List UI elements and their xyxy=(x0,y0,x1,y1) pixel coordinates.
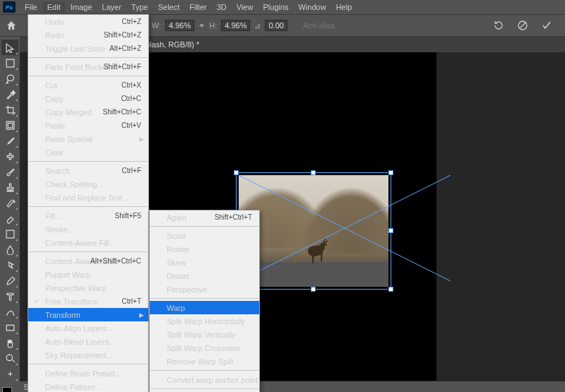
transform-scale[interactable]: Scale xyxy=(150,229,259,242)
document-tab[interactable]: plash, RGB/8) * xyxy=(140,38,205,51)
edit-fade-paint-bucket[interactable]: Fade Paint Bucket...Shift+Ctrl+F xyxy=(28,60,148,73)
commit-icon[interactable] xyxy=(541,20,552,31)
edit-define-pattern[interactable]: Define Pattern... xyxy=(28,380,148,392)
transform-again[interactable]: AgainShift+Ctrl+T xyxy=(150,210,259,224)
edit-sky-replacement[interactable]: Sky Replacement... xyxy=(28,348,148,362)
edit-check-spelling[interactable]: Check Spelling... xyxy=(28,177,148,191)
transform-convert-warp-anchor-point: Convert warp anchor point xyxy=(150,373,259,386)
tool-history[interactable] xyxy=(1,195,18,210)
tool-type[interactable] xyxy=(1,288,18,304)
edit-content-aware-fill[interactable]: Content-Aware Fill... xyxy=(28,236,148,249)
menubar: Ps FileEditImageLayerTypeSelectFilter3DV… xyxy=(0,0,565,14)
transform-distort[interactable]: Distort xyxy=(150,269,259,283)
edit-stroke[interactable]: Stroke... xyxy=(28,222,148,236)
edit-undo[interactable]: UndoCtrl+Z xyxy=(28,15,148,28)
angle-icon: ⊿ xyxy=(254,21,261,30)
handle-n[interactable] xyxy=(311,170,316,175)
app-logo: Ps xyxy=(3,1,16,13)
menu-image[interactable]: Image xyxy=(66,1,97,13)
edit-auto-blend-layers[interactable]: Auto-Blend Layers... xyxy=(28,335,148,348)
menu-file[interactable]: File xyxy=(20,1,42,13)
link-icon[interactable]: ⚭ xyxy=(198,21,205,30)
tool-blur[interactable] xyxy=(1,242,18,257)
edit-menu: UndoCtrl+ZRedoShift+Ctrl+ZToggle Last St… xyxy=(28,14,149,392)
transform-submenu: AgainShift+Ctrl+TScaleRotateSkewDistortP… xyxy=(149,210,260,392)
edit-perspective-warp[interactable]: Perspective Warp xyxy=(28,281,148,295)
height-field[interactable]: 4.96% xyxy=(221,20,250,31)
handle-ne[interactable] xyxy=(388,170,393,175)
edit-paste[interactable]: PasteCtrl+V xyxy=(28,119,148,132)
handle-e[interactable] xyxy=(388,228,393,233)
edit-paste-special[interactable]: Paste Special▶ xyxy=(28,132,148,145)
width-field[interactable]: 4.96% xyxy=(165,20,194,31)
tool-crop[interactable] xyxy=(1,102,18,117)
tool-more[interactable] xyxy=(1,366,18,381)
tool-gradient[interactable] xyxy=(1,226,18,242)
tool-move[interactable] xyxy=(1,40,18,55)
edit-fill[interactable]: Fill...Shift+F5 xyxy=(28,209,148,222)
tool-heal[interactable] xyxy=(1,148,18,164)
tool-dodge[interactable] xyxy=(1,257,18,273)
menu-help[interactable]: Help xyxy=(331,1,357,13)
tool-wand[interactable] xyxy=(1,86,18,102)
transform-bounds[interactable] xyxy=(239,175,388,287)
transform-warp[interactable]: Warp xyxy=(150,301,259,314)
home-icon[interactable] xyxy=(4,18,18,32)
edit-copy-merged[interactable]: Copy MergedShift+Ctrl+C xyxy=(28,105,148,119)
cancel-icon[interactable] xyxy=(517,20,528,31)
edit-puppet-warp[interactable]: Puppet Warp xyxy=(28,268,148,281)
edit-clear[interactable]: Clear xyxy=(28,145,148,159)
transform-split-warp-vertically[interactable]: Split Warp Vertically xyxy=(150,328,259,341)
menu-plugins[interactable]: Plugins xyxy=(258,1,293,13)
menu-edit[interactable]: Edit xyxy=(42,1,66,13)
tool-brush[interactable] xyxy=(1,164,18,179)
tools-panel xyxy=(0,37,20,392)
menu-view[interactable]: View xyxy=(232,1,258,13)
angle-field[interactable]: 0.00 xyxy=(265,20,287,31)
edit-transform[interactable]: Transform▶ xyxy=(28,308,148,321)
edit-auto-align-layers[interactable]: Auto-Align Layers... xyxy=(28,321,148,335)
tool-path[interactable] xyxy=(1,304,18,319)
tool-marquee[interactable] xyxy=(1,55,18,71)
edit-define-brush-preset[interactable]: Define Brush Preset... xyxy=(28,367,148,380)
edit-copy[interactable]: CopyCtrl+C xyxy=(28,92,148,105)
edit-search[interactable]: SearchCtrl+F xyxy=(28,164,148,177)
menu-filter[interactable]: Filter xyxy=(184,1,211,13)
transform-split-warp-crosswise[interactable]: Split Warp Crosswise xyxy=(150,341,259,355)
edit-cut[interactable]: CutCtrl+X xyxy=(28,78,148,92)
edit-content-aware-scale[interactable]: Content-Aware ScaleAlt+Shift+Ctrl+C xyxy=(28,254,148,268)
tool-rect[interactable] xyxy=(1,319,18,335)
tool-eraser[interactable] xyxy=(1,210,18,226)
tool-eyedropper[interactable] xyxy=(1,133,18,148)
height-label: H: xyxy=(209,21,217,30)
edit-toggle-last-state[interactable]: Toggle Last StateAlt+Ctrl+Z xyxy=(28,42,148,55)
menu-layer[interactable]: Layer xyxy=(97,1,126,13)
handle-nw[interactable] xyxy=(234,170,239,175)
width-label: W: xyxy=(152,21,161,30)
reset-icon[interactable] xyxy=(493,20,504,31)
svg-line-1 xyxy=(520,23,525,28)
handle-s[interactable] xyxy=(311,287,316,292)
transform-split-warp-horizontally[interactable]: Split Warp Horizontally xyxy=(150,314,259,328)
menu-3d[interactable]: 3D xyxy=(212,1,232,13)
transform-rotate[interactable]: Rotate xyxy=(150,242,259,256)
edit-find-and-replace-text[interactable]: Find and Replace Text... xyxy=(28,191,148,204)
menu-select[interactable]: Select xyxy=(153,1,185,13)
tool-lasso[interactable] xyxy=(1,71,18,86)
tool-stamp[interactable] xyxy=(1,179,18,195)
transform-perspective[interactable]: Perspective xyxy=(150,283,259,296)
tool-pen[interactable] xyxy=(1,273,18,288)
tool-hand[interactable] xyxy=(1,335,18,350)
transform-remove-warp-split[interactable]: Remove Warp Split xyxy=(150,355,259,368)
menu-window[interactable]: Window xyxy=(294,1,331,13)
color-swatches[interactable] xyxy=(2,387,18,392)
edit-redo[interactable]: RedoShift+Ctrl+Z xyxy=(28,28,148,42)
antialias-label[interactable]: Anti-alias xyxy=(303,21,335,30)
tool-frame[interactable] xyxy=(1,117,18,133)
menu-type[interactable]: Type xyxy=(126,1,153,13)
tool-zoom[interactable] xyxy=(1,350,18,366)
transform-skew[interactable]: Skew xyxy=(150,256,259,269)
handle-se[interactable] xyxy=(388,287,393,292)
edit-free-transform[interactable]: ✓Free TransformCtrl+T xyxy=(28,295,148,308)
